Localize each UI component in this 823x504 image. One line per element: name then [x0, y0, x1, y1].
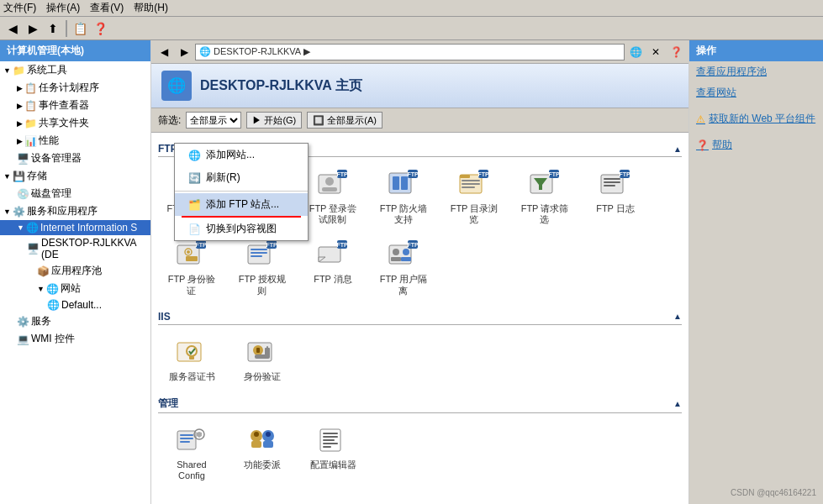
- context-refresh[interactable]: 🔄 刷新(R): [175, 166, 308, 189]
- nav-close-button[interactable]: ✕: [646, 43, 665, 61]
- ftp-auth-icon-item[interactable]: FTP FTP 身份验证: [158, 233, 225, 300]
- ftp-collapse-icon[interactable]: ▲: [673, 144, 682, 154]
- copy-button[interactable]: 📋: [71, 19, 89, 38]
- ftp-msg-icon-item[interactable]: FTP FTP 消息: [299, 233, 367, 300]
- svg-rect-24: [462, 186, 475, 188]
- filter-all-button[interactable]: 🔲 全部显示(A): [307, 112, 382, 129]
- sidebar-item-app-pool[interactable]: 📦 应用程序池: [0, 262, 150, 280]
- iis-collapse-icon[interactable]: ▲: [673, 312, 682, 321]
- iis-header: 🌐 DESKTOP-RJLKKVA 主页: [151, 64, 688, 108]
- config-editor-label: 配置编辑器: [310, 459, 356, 470]
- add-ftp-label: 添加 FTP 站点...: [206, 197, 279, 212]
- center-panel: ◀ ▶ 🌐 DESKTOP-RJLKKVA ▶ 🌐 ✕ ❓ 🌐 DESKTOP-…: [151, 40, 688, 504]
- ftp-firewall-label: FTP 防火墙支持: [380, 203, 428, 225]
- action-view-app-pools[interactable]: 查看应用程序池: [689, 61, 823, 82]
- svg-rect-70: [180, 434, 193, 436]
- mgmt-section-header: 管理 ▲: [158, 393, 682, 413]
- mgmt-collapse-icon[interactable]: ▲: [673, 399, 682, 408]
- filter-select[interactable]: 全部显示: [186, 112, 241, 129]
- sidebar-item-device[interactable]: 🖥️ 设备管理器: [0, 150, 150, 167]
- sidebar-label-disk: 磁盘管理: [31, 186, 71, 201]
- ftp-firewall-icon-item[interactable]: FTP FTP 防火墙支持: [370, 162, 437, 229]
- icon-site1: 🌐: [47, 299, 60, 311]
- folder-icon-system: 📁: [13, 65, 25, 76]
- menu-action[interactable]: 操作(A): [46, 1, 80, 15]
- ftp-authz-icon: FTP: [245, 237, 280, 272]
- shared-config-label: SharedConfig: [177, 459, 206, 481]
- filter-start-button[interactable]: ▶ 开始(G): [246, 112, 302, 129]
- svg-text:FTP: FTP: [407, 171, 419, 177]
- ftp-user-label: FTP 用户隔离: [380, 274, 428, 296]
- sidebar-item-shared[interactable]: ▶ 📁 共享文件夹: [0, 114, 150, 132]
- action-help[interactable]: ❓ 帮助: [689, 134, 823, 155]
- sidebar-item-wmi[interactable]: 💻 WMI 控件: [0, 330, 150, 348]
- config-editor-icon: [315, 423, 351, 458]
- server-cert-icon-item[interactable]: 服务器证书: [158, 330, 225, 386]
- filter-label: 筛选:: [158, 113, 181, 128]
- sidebar-item-perf[interactable]: ▶ 📊 性能: [0, 132, 150, 150]
- nav-icon: 🌐: [199, 46, 211, 57]
- iis-auth-icon-item[interactable]: 身份验证: [229, 330, 296, 386]
- svg-text:FTP: FTP: [407, 242, 419, 248]
- forward-button[interactable]: ▶: [24, 19, 42, 38]
- ftp-dir-icon-item[interactable]: FTP FTP 目录浏览: [441, 162, 508, 229]
- svg-rect-33: [604, 181, 620, 183]
- iis-forward-button[interactable]: ▶: [175, 43, 193, 61]
- help-toolbar-button[interactable]: ❓: [91, 19, 109, 38]
- context-sep1: [175, 191, 308, 192]
- context-add-ftp[interactable]: 🗂️ 添加 FTP 站点...: [175, 193, 308, 216]
- sidebar-label-wmi: WMI 控件: [31, 332, 75, 346]
- nav-globe-button[interactable]: 🌐: [626, 43, 645, 61]
- svg-rect-68: [266, 346, 268, 349]
- sidebar-item-system-tools[interactable]: ▼ 📁 系统工具: [0, 61, 150, 79]
- nav-help-button[interactable]: ❓: [667, 43, 685, 61]
- back-button[interactable]: ◀: [3, 19, 22, 38]
- right-panel: 操作 查看应用程序池 查看网站 ⚠ 获取新的 Web 平台组件 ❓ 帮助: [688, 40, 823, 504]
- sidebar-item-disk[interactable]: 💿 磁盘管理: [0, 185, 150, 202]
- config-editor-icon-item[interactable]: 配置编辑器: [299, 418, 367, 486]
- menu-file[interactable]: 文件(F): [3, 1, 36, 15]
- sidebar-item-site1[interactable]: 🌐 Default...: [0, 297, 150, 312]
- svg-text:FTP: FTP: [477, 171, 489, 177]
- iis-auth-label: 身份验证: [244, 371, 281, 382]
- sidebar-item-services-apps[interactable]: ▼ ⚙️ 服务和应用程序: [0, 202, 150, 220]
- ftp-log-icon-item[interactable]: FTP FTP 日志: [582, 162, 649, 229]
- ftp-user-icon-item[interactable]: FTP FTP 用户隔离: [370, 233, 437, 300]
- action-get-web-platform[interactable]: ⚠ 获取新的 Web 平台组件: [689, 108, 823, 129]
- ftp-login-icon: FTP: [315, 166, 351, 202]
- sidebar-item-iis[interactable]: ▼ 🌐 Internet Information S: [0, 220, 150, 235]
- ftp-log-label: FTP 日志: [596, 203, 635, 214]
- ftp-login-icon-item[interactable]: FTP FTP 登录尝试限制: [299, 162, 367, 229]
- server-cert-icon: [174, 334, 209, 370]
- svg-rect-44: [251, 249, 267, 250]
- sidebar-label-iis-desktop: DESKTOP-RJLKKVA (DE: [41, 237, 147, 260]
- iis-back-button[interactable]: ◀: [155, 43, 173, 61]
- sidebar-label-system: 系统工具: [27, 63, 67, 77]
- ftp-user-icon: FTP: [386, 237, 421, 272]
- feature-delegate-icon-item[interactable]: 功能委派: [229, 418, 296, 486]
- svg-rect-45: [251, 252, 267, 254]
- feature-delegate-label: 功能委派: [244, 459, 281, 470]
- menu-help[interactable]: 帮助(H): [134, 1, 168, 15]
- menu-view[interactable]: 查看(V): [90, 1, 124, 15]
- sidebar-item-storage[interactable]: ▼ 💾 存储: [0, 167, 150, 185]
- shared-config-icon-item[interactable]: SharedConfig: [158, 418, 225, 486]
- ftp-authz-icon-item[interactable]: FTP FTP 授权规则: [229, 233, 296, 300]
- iis-auth-icon: [245, 334, 280, 370]
- context-add-site[interactable]: 🌐 添加网站...: [175, 144, 308, 166]
- sidebar-item-sites[interactable]: ▼ 🌐 网站: [0, 280, 150, 297]
- svg-rect-72: [180, 441, 190, 443]
- context-switch-view[interactable]: 📄 切换到内容视图: [175, 218, 308, 240]
- sidebar-item-event[interactable]: ▶ 📋 事件查看器: [0, 97, 150, 114]
- add-site-icon: 🌐: [188, 150, 201, 161]
- expand-arrow-perf: ▶: [17, 137, 23, 145]
- right-panel-header: 操作: [689, 40, 823, 61]
- sidebar-item-svc[interactable]: ⚙️ 服务: [0, 312, 150, 330]
- sidebar-item-task[interactable]: ▶ 📋 任务计划程序: [0, 79, 150, 97]
- ftp-filter-icon-item[interactable]: FTP FTP 请求筛选: [511, 162, 578, 229]
- ftp-dir-icon: FTP: [456, 166, 492, 202]
- up-button[interactable]: ⬆: [44, 19, 62, 38]
- svg-rect-46: [251, 255, 262, 257]
- action-view-sites[interactable]: 查看网站: [689, 82, 823, 103]
- sidebar-item-iis-desktop[interactable]: 🖥️ DESKTOP-RJLKKVA (DE: [0, 235, 150, 262]
